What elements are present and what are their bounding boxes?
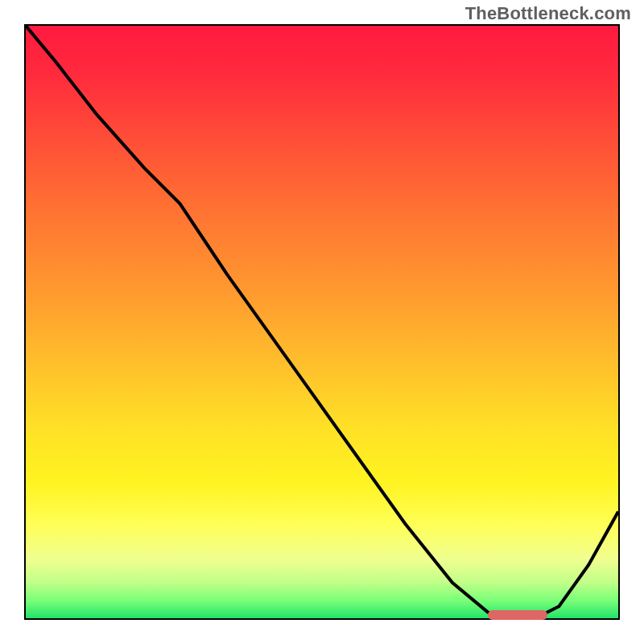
chart-frame [24, 24, 620, 620]
optimal-range-marker [488, 610, 547, 620]
watermark-text: TheBottleneck.com [465, 3, 631, 24]
plot-area [26, 26, 618, 618]
curve-layer [26, 26, 618, 618]
bottleneck-curve [26, 26, 618, 618]
